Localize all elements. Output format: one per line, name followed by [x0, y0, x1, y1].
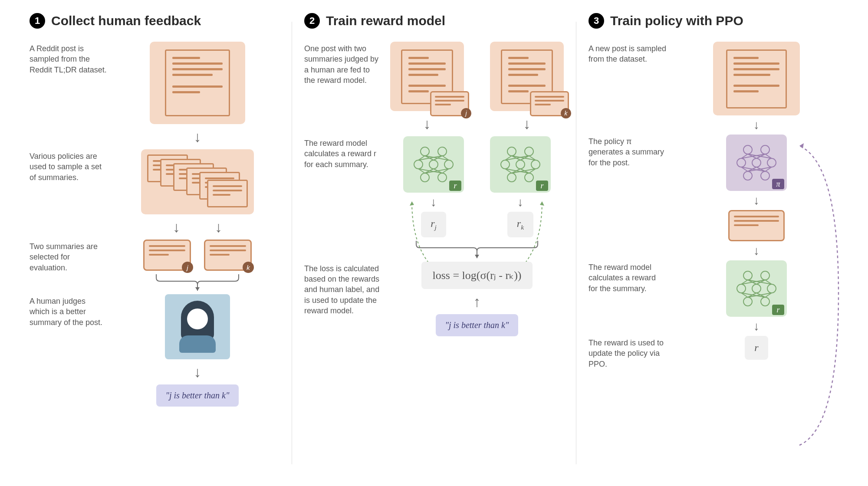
svg-point-42	[767, 158, 776, 167]
arrow-down-icon: ↓	[194, 129, 201, 144]
tag-k: k	[243, 262, 254, 273]
merge-bracket-icon	[143, 273, 252, 292]
tag-j: j	[182, 262, 193, 273]
generated-summary-icon	[728, 210, 785, 241]
judgment-quote: "j is better than k"	[156, 384, 239, 407]
post-with-summary-k-icon: k	[490, 42, 564, 111]
nn-label-r: r	[449, 181, 461, 191]
col-train-reward: 2 Train reward model One post with two s…	[292, 13, 576, 473]
svg-point-19	[507, 147, 516, 156]
col3-step1: A new post is sampled from the dataset. …	[589, 42, 838, 135]
col2-step1: One post with two summaries judged by a …	[304, 42, 564, 136]
loss-formula: loss = log(σ(rⱼ - rₖ))	[421, 262, 533, 289]
summary-k-icon: k	[204, 240, 252, 271]
col2-step3-text: The loss is calculated based on the rewa…	[304, 262, 382, 316]
col-collect-feedback: 1 Collect human feedback A Reddit post i…	[17, 13, 292, 473]
judgment-quote: "j is better than k"	[436, 314, 519, 336]
col1-step2: Various policies are used to sample a se…	[30, 149, 279, 240]
reward-model-icon: r	[403, 136, 464, 193]
col3-step4-text: The reward is used to update the policy …	[589, 336, 667, 369]
col3-step2: The policy π generates a summary for the…	[589, 135, 838, 260]
col1-title: Collect human feedback	[51, 13, 201, 28]
svg-point-58	[761, 271, 769, 280]
col3-step1-text: A new post is sampled from the dataset.	[589, 42, 667, 65]
col2-step2-text: The reward model calculates a reward r f…	[304, 136, 382, 170]
svg-point-2	[414, 160, 423, 169]
svg-point-43	[743, 171, 752, 180]
reward-j-value: rj	[421, 212, 446, 237]
col2-step1-text: One post with two summaries judged by a …	[304, 42, 382, 85]
svg-point-21	[501, 160, 510, 169]
step-number-badge: 1	[30, 13, 45, 29]
col3-step3: The reward model calculates a reward for…	[589, 260, 838, 336]
arrow-up-icon: ↑	[473, 294, 481, 309]
col1-header: 1 Collect human feedback	[30, 13, 279, 29]
col1-step3: Two summaries are selected for evaluatio…	[30, 240, 279, 294]
reddit-post-icon	[150, 42, 245, 124]
nn-label-r: r	[536, 181, 548, 191]
svg-point-25	[525, 173, 533, 182]
col1-step4: A human judges which is a better summary…	[30, 294, 279, 407]
human-judge-icon	[165, 294, 230, 359]
svg-point-41	[752, 158, 761, 167]
arrow-down-icon: ↓	[173, 220, 180, 234]
svg-point-20	[525, 147, 533, 156]
svg-point-44	[761, 171, 769, 180]
reward-k-value: rk	[507, 212, 533, 237]
reward-output-value: r	[745, 336, 768, 360]
arrow-down-icon: ↓	[753, 320, 760, 332]
arrow-down-icon: ↓	[194, 364, 201, 379]
svg-point-57	[743, 271, 752, 280]
arrow-down-icon: ↓	[517, 196, 523, 208]
arrow-down-icon: ↓	[753, 194, 760, 207]
nn-label-pi: π	[772, 179, 784, 189]
svg-point-61	[767, 284, 776, 293]
tag-j: j	[461, 108, 471, 118]
svg-point-23	[531, 160, 540, 169]
col2-title: Train reward model	[326, 13, 445, 28]
step-number-badge: 2	[304, 13, 320, 29]
svg-point-40	[737, 158, 746, 167]
col1-step1-text: A Reddit post is sampled from the Reddit…	[30, 42, 108, 75]
col3-header: 3 Train policy with PPO	[589, 13, 838, 29]
svg-point-1	[438, 147, 447, 156]
svg-point-62	[743, 297, 752, 306]
reward-model-icon: r	[490, 136, 551, 193]
svg-point-59	[737, 284, 746, 293]
col3-step2-text: The policy π generates a summary for the…	[589, 135, 667, 168]
merge-bracket-icon	[399, 239, 555, 260]
svg-point-6	[438, 173, 447, 182]
arrow-down-icon: ↓	[215, 220, 222, 234]
svg-point-63	[761, 297, 769, 306]
policy-model-icon: π	[726, 135, 787, 191]
col3-step4: The reward is used to update the policy …	[589, 336, 838, 369]
tag-k: k	[561, 108, 571, 118]
col3-step3-text: The reward model calculates a reward for…	[589, 260, 667, 294]
col-train-policy: 3 Train policy with PPO A new post is sa…	[576, 13, 851, 473]
arrow-down-icon: ↓	[523, 116, 531, 131]
arrow-down-icon: ↓	[753, 119, 760, 131]
svg-point-39	[761, 145, 769, 154]
col1-step4-text: A human judges which is a better summary…	[30, 294, 108, 328]
col2-header: 2 Train reward model	[304, 13, 564, 29]
col2-step2: The reward model calculates a reward r f…	[304, 136, 564, 262]
summaries-stack-icon	[141, 149, 254, 214]
col3-title: Train policy with PPO	[610, 13, 743, 28]
svg-point-60	[752, 284, 761, 293]
reward-model-icon: r	[726, 260, 787, 317]
arrow-down-icon: ↓	[753, 245, 760, 257]
svg-point-22	[516, 160, 525, 169]
diagram-root: 1 Collect human feedback A Reddit post i…	[0, 0, 868, 486]
col1-step2-text: Various policies are used to sample a se…	[30, 149, 108, 183]
step-number-badge: 3	[589, 13, 604, 29]
arrow-down-icon: ↓	[431, 196, 437, 208]
summary-j-icon: j	[143, 240, 191, 271]
svg-point-24	[507, 173, 516, 182]
svg-point-3	[429, 160, 438, 169]
svg-point-0	[421, 147, 429, 156]
col1-step1: A Reddit post is sampled from the Reddit…	[30, 42, 279, 149]
svg-point-38	[743, 145, 752, 154]
col2-step3: The loss is calculated based on the rewa…	[304, 262, 564, 336]
svg-point-5	[421, 173, 429, 182]
post-icon	[713, 42, 800, 115]
